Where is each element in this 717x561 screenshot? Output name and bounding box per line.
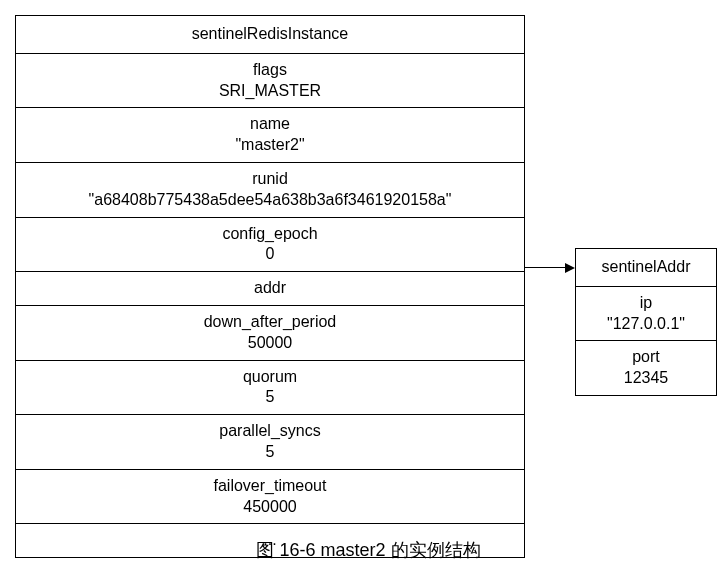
row-label: port xyxy=(586,347,706,368)
table-row: ip "127.0.0.1" xyxy=(576,287,716,342)
row-value: 5 xyxy=(26,442,514,463)
row-value: 50000 xyxy=(26,333,514,354)
table-row: down_after_period 50000 xyxy=(16,306,524,361)
row-value: "master2" xyxy=(26,135,514,156)
row-label: runid xyxy=(26,169,514,190)
row-value: 0 xyxy=(26,244,514,265)
row-value: 450000 xyxy=(26,497,514,518)
left-title: sentinelRedisInstance xyxy=(16,16,524,54)
row-label: name xyxy=(26,114,514,135)
right-title-text: sentinelAddr xyxy=(602,258,691,275)
pointer-arrow xyxy=(525,263,575,273)
row-label: config_epoch xyxy=(26,224,514,245)
left-title-text: sentinelRedisInstance xyxy=(192,25,349,42)
row-label: ip xyxy=(586,293,706,314)
table-row: port 12345 xyxy=(576,341,716,395)
row-value: "a68408b775438a5dee54a638b3a6f3461920158… xyxy=(26,190,514,211)
table-row: runid "a68408b775438a5dee54a638b3a6f3461… xyxy=(16,163,524,218)
row-label: parallel_syncs xyxy=(26,421,514,442)
table-row: flags SRI_MASTER xyxy=(16,54,524,109)
table-row: name "master2" xyxy=(16,108,524,163)
table-row-addr: addr xyxy=(16,272,524,306)
table-row: quorum 5 xyxy=(16,361,524,416)
right-title: sentinelAddr xyxy=(576,249,716,287)
row-label: down_after_period xyxy=(26,312,514,333)
row-value: "127.0.0.1" xyxy=(586,314,706,335)
table-row: failover_timeout 450000 xyxy=(16,470,524,525)
sentinel-redis-instance-table: sentinelRedisInstance flags SRI_MASTER n… xyxy=(15,15,525,558)
table-row: parallel_syncs 5 xyxy=(16,415,524,470)
table-row: config_epoch 0 xyxy=(16,218,524,273)
row-label: failover_timeout xyxy=(26,476,514,497)
row-value: 12345 xyxy=(586,368,706,389)
row-label: addr xyxy=(26,278,514,299)
row-value: SRI_MASTER xyxy=(26,81,514,102)
arrow-head-icon xyxy=(565,263,575,273)
row-label: quorum xyxy=(26,367,514,388)
row-value: 5 xyxy=(26,387,514,408)
caption-text: 图 16-6 master2 的实例结构 xyxy=(256,540,480,560)
figure-caption: 图 16-6 master2 的实例结构 xyxy=(10,538,717,561)
row-label: flags xyxy=(26,60,514,81)
arrow-line xyxy=(525,267,567,268)
sentinel-addr-table: sentinelAddr ip "127.0.0.1" port 12345 xyxy=(575,248,717,396)
